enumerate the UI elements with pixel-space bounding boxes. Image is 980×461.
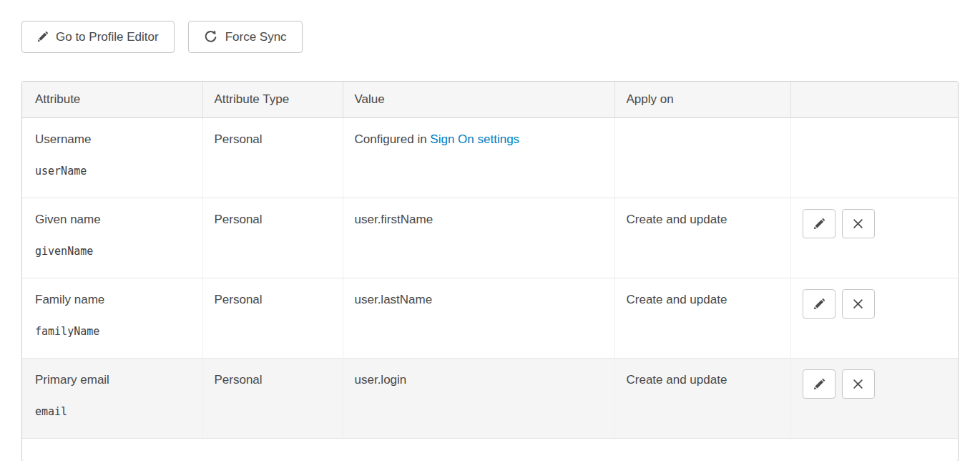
force-sync-label: Force Sync — [225, 30, 287, 44]
edit-attribute-button[interactable] — [803, 369, 836, 399]
go-to-profile-editor-button[interactable]: Go to Profile Editor — [21, 21, 175, 53]
attribute-value-cell: user.login — [343, 359, 614, 439]
refresh-icon — [204, 30, 217, 44]
attribute-label: Family name — [35, 293, 191, 307]
delete-attribute-button[interactable] — [842, 289, 875, 319]
actions-cell — [790, 118, 959, 198]
column-header-value: Value — [343, 82, 614, 118]
attribute-cell: Username userName — [22, 118, 202, 198]
column-header-apply-on: Apply on — [614, 82, 790, 118]
attribute-value-cell: Configured in Sign On settings — [343, 118, 614, 198]
attribute-variable-name: email — [35, 405, 191, 418]
attribute-mappings-page: Go to Profile Editor Force Sync — [0, 21, 980, 461]
attribute-type-cell: Personal — [202, 198, 343, 278]
pencil-icon — [37, 31, 48, 42]
table-row: Primary email email Personal user.login … — [22, 359, 959, 439]
pencil-icon — [813, 218, 825, 230]
close-icon — [853, 218, 863, 229]
attribute-label: Username — [35, 132, 191, 147]
attribute-cell: Family name familyName — [22, 278, 202, 359]
attribute-variable-name: userName — [35, 165, 191, 178]
attribute-type-cell: Personal — [202, 359, 343, 439]
attribute-table-body: Username userName Personal Configured in… — [22, 118, 959, 455]
apply-on-cell — [614, 118, 790, 198]
pencil-icon — [813, 299, 825, 310]
attribute-type-cell: Personal — [202, 118, 343, 198]
partial-row — [22, 439, 959, 455]
actions-cell — [790, 278, 959, 359]
pencil-icon — [813, 379, 825, 390]
delete-attribute-button[interactable] — [842, 209, 875, 238]
toolbar: Go to Profile Editor Force Sync — [21, 21, 980, 53]
force-sync-button[interactable]: Force Sync — [188, 21, 303, 53]
row-actions — [803, 289, 949, 319]
attribute-variable-name: familyName — [35, 325, 191, 338]
attribute-cell: Given name givenName — [22, 198, 202, 278]
attribute-type-cell: Personal — [202, 278, 343, 359]
column-header-attribute: Attribute — [22, 82, 202, 118]
sign-on-settings-link[interactable]: Sign On settings — [430, 132, 519, 146]
column-header-actions — [790, 82, 959, 118]
apply-on-cell: Create and update — [614, 359, 790, 439]
actions-cell — [790, 198, 959, 278]
table-row: Username userName Personal Configured in… — [22, 118, 959, 198]
apply-on-cell: Create and update — [614, 278, 790, 359]
table-header: Attribute Attribute Type Value Apply on — [22, 82, 959, 118]
row-actions — [803, 369, 949, 399]
actions-cell — [790, 359, 959, 439]
attribute-label: Primary email — [35, 373, 191, 387]
close-icon — [853, 299, 863, 309]
row-actions — [803, 209, 949, 238]
table-row: Family name familyName Personal user.las… — [22, 278, 959, 359]
attribute-label: Given name — [35, 213, 191, 227]
column-header-attribute-type: Attribute Type — [202, 82, 343, 118]
table-row: Given name givenName Personal user.first… — [22, 198, 959, 278]
attribute-value-cell: user.firstName — [343, 198, 614, 278]
delete-attribute-button[interactable] — [842, 369, 875, 399]
attribute-cell: Primary email email — [22, 359, 202, 439]
edit-attribute-button[interactable] — [803, 289, 836, 319]
attribute-value-cell: user.lastName — [343, 278, 614, 359]
close-icon — [853, 379, 863, 389]
attribute-variable-name: givenName — [35, 245, 191, 258]
apply-on-cell: Create and update — [614, 198, 790, 278]
attribute-mappings-table: Attribute Attribute Type Value Apply on … — [21, 81, 959, 461]
go-to-profile-editor-label: Go to Profile Editor — [56, 30, 159, 44]
edit-attribute-button[interactable] — [803, 209, 836, 238]
